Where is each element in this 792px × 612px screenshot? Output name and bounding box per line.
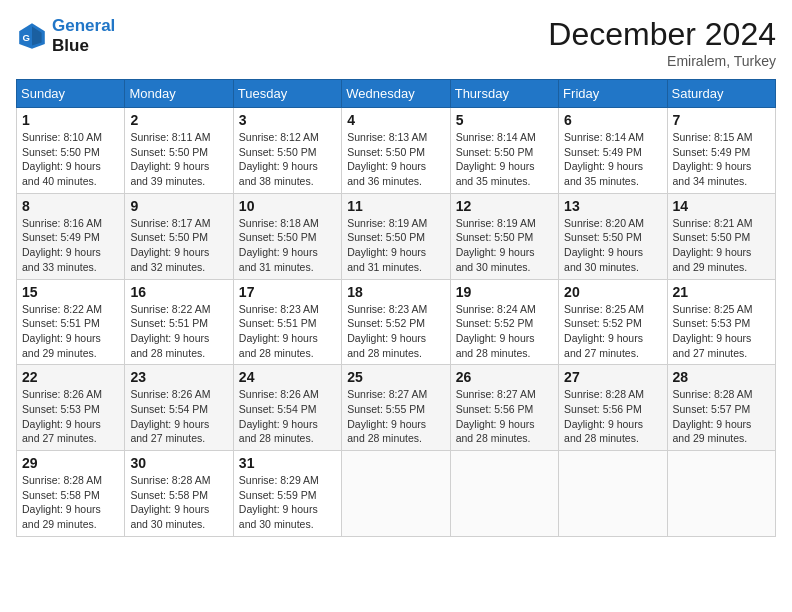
day-info: Sunrise: 8:26 AMSunset: 5:54 PMDaylight:… xyxy=(130,387,227,446)
calendar-cell: 14Sunrise: 8:21 AMSunset: 5:50 PMDayligh… xyxy=(667,193,775,279)
day-info: Sunrise: 8:20 AMSunset: 5:50 PMDaylight:… xyxy=(564,216,661,275)
day-number: 17 xyxy=(239,284,336,300)
calendar-cell: 20Sunrise: 8:25 AMSunset: 5:52 PMDayligh… xyxy=(559,279,667,365)
day-number: 29 xyxy=(22,455,119,471)
day-info: Sunrise: 8:12 AMSunset: 5:50 PMDaylight:… xyxy=(239,130,336,189)
day-of-week-header: Thursday xyxy=(450,80,558,108)
day-info: Sunrise: 8:23 AMSunset: 5:51 PMDaylight:… xyxy=(239,302,336,361)
calendar-cell: 30Sunrise: 8:28 AMSunset: 5:58 PMDayligh… xyxy=(125,451,233,537)
day-info: Sunrise: 8:18 AMSunset: 5:50 PMDaylight:… xyxy=(239,216,336,275)
calendar-cell: 29Sunrise: 8:28 AMSunset: 5:58 PMDayligh… xyxy=(17,451,125,537)
day-number: 19 xyxy=(456,284,553,300)
calendar-cell: 19Sunrise: 8:24 AMSunset: 5:52 PMDayligh… xyxy=(450,279,558,365)
day-number: 27 xyxy=(564,369,661,385)
calendar-cell: 17Sunrise: 8:23 AMSunset: 5:51 PMDayligh… xyxy=(233,279,341,365)
calendar-cell: 27Sunrise: 8:28 AMSunset: 5:56 PMDayligh… xyxy=(559,365,667,451)
day-number: 15 xyxy=(22,284,119,300)
calendar-cell: 11Sunrise: 8:19 AMSunset: 5:50 PMDayligh… xyxy=(342,193,450,279)
day-info: Sunrise: 8:29 AMSunset: 5:59 PMDaylight:… xyxy=(239,473,336,532)
calendar-cell: 4Sunrise: 8:13 AMSunset: 5:50 PMDaylight… xyxy=(342,108,450,194)
day-info: Sunrise: 8:14 AMSunset: 5:49 PMDaylight:… xyxy=(564,130,661,189)
day-info: Sunrise: 8:16 AMSunset: 5:49 PMDaylight:… xyxy=(22,216,119,275)
day-info: Sunrise: 8:15 AMSunset: 5:49 PMDaylight:… xyxy=(673,130,770,189)
day-info: Sunrise: 8:23 AMSunset: 5:52 PMDaylight:… xyxy=(347,302,444,361)
day-number: 3 xyxy=(239,112,336,128)
day-info: Sunrise: 8:11 AMSunset: 5:50 PMDaylight:… xyxy=(130,130,227,189)
calendar-cell: 25Sunrise: 8:27 AMSunset: 5:55 PMDayligh… xyxy=(342,365,450,451)
day-of-week-header: Wednesday xyxy=(342,80,450,108)
calendar-cell: 23Sunrise: 8:26 AMSunset: 5:54 PMDayligh… xyxy=(125,365,233,451)
day-number: 11 xyxy=(347,198,444,214)
svg-text:G: G xyxy=(22,32,29,43)
day-number: 28 xyxy=(673,369,770,385)
day-number: 22 xyxy=(22,369,119,385)
day-info: Sunrise: 8:27 AMSunset: 5:55 PMDaylight:… xyxy=(347,387,444,446)
day-number: 24 xyxy=(239,369,336,385)
day-number: 20 xyxy=(564,284,661,300)
day-number: 8 xyxy=(22,198,119,214)
day-number: 26 xyxy=(456,369,553,385)
day-number: 9 xyxy=(130,198,227,214)
day-number: 14 xyxy=(673,198,770,214)
calendar-cell: 28Sunrise: 8:28 AMSunset: 5:57 PMDayligh… xyxy=(667,365,775,451)
calendar-cell: 5Sunrise: 8:14 AMSunset: 5:50 PMDaylight… xyxy=(450,108,558,194)
day-info: Sunrise: 8:25 AMSunset: 5:53 PMDaylight:… xyxy=(673,302,770,361)
day-number: 1 xyxy=(22,112,119,128)
day-of-week-header: Friday xyxy=(559,80,667,108)
calendar-table: SundayMondayTuesdayWednesdayThursdayFrid… xyxy=(16,79,776,537)
calendar-cell: 15Sunrise: 8:22 AMSunset: 5:51 PMDayligh… xyxy=(17,279,125,365)
day-info: Sunrise: 8:28 AMSunset: 5:58 PMDaylight:… xyxy=(130,473,227,532)
calendar-cell: 21Sunrise: 8:25 AMSunset: 5:53 PMDayligh… xyxy=(667,279,775,365)
day-info: Sunrise: 8:26 AMSunset: 5:53 PMDaylight:… xyxy=(22,387,119,446)
day-info: Sunrise: 8:19 AMSunset: 5:50 PMDaylight:… xyxy=(347,216,444,275)
day-info: Sunrise: 8:25 AMSunset: 5:52 PMDaylight:… xyxy=(564,302,661,361)
day-of-week-header: Saturday xyxy=(667,80,775,108)
calendar-cell: 2Sunrise: 8:11 AMSunset: 5:50 PMDaylight… xyxy=(125,108,233,194)
calendar-cell: 10Sunrise: 8:18 AMSunset: 5:50 PMDayligh… xyxy=(233,193,341,279)
day-info: Sunrise: 8:28 AMSunset: 5:57 PMDaylight:… xyxy=(673,387,770,446)
day-info: Sunrise: 8:27 AMSunset: 5:56 PMDaylight:… xyxy=(456,387,553,446)
calendar-cell xyxy=(450,451,558,537)
day-info: Sunrise: 8:21 AMSunset: 5:50 PMDaylight:… xyxy=(673,216,770,275)
day-number: 12 xyxy=(456,198,553,214)
logo: G General Blue xyxy=(16,16,115,57)
day-info: Sunrise: 8:17 AMSunset: 5:50 PMDaylight:… xyxy=(130,216,227,275)
day-number: 23 xyxy=(130,369,227,385)
day-info: Sunrise: 8:10 AMSunset: 5:50 PMDaylight:… xyxy=(22,130,119,189)
day-info: Sunrise: 8:19 AMSunset: 5:50 PMDaylight:… xyxy=(456,216,553,275)
calendar-cell: 6Sunrise: 8:14 AMSunset: 5:49 PMDaylight… xyxy=(559,108,667,194)
day-number: 13 xyxy=(564,198,661,214)
calendar-cell: 12Sunrise: 8:19 AMSunset: 5:50 PMDayligh… xyxy=(450,193,558,279)
day-info: Sunrise: 8:13 AMSunset: 5:50 PMDaylight:… xyxy=(347,130,444,189)
calendar-cell xyxy=(667,451,775,537)
calendar-cell: 8Sunrise: 8:16 AMSunset: 5:49 PMDaylight… xyxy=(17,193,125,279)
day-number: 6 xyxy=(564,112,661,128)
day-info: Sunrise: 8:22 AMSunset: 5:51 PMDaylight:… xyxy=(130,302,227,361)
calendar-cell: 22Sunrise: 8:26 AMSunset: 5:53 PMDayligh… xyxy=(17,365,125,451)
day-of-week-header: Monday xyxy=(125,80,233,108)
calendar-cell: 1Sunrise: 8:10 AMSunset: 5:50 PMDaylight… xyxy=(17,108,125,194)
calendar-cell xyxy=(342,451,450,537)
day-number: 10 xyxy=(239,198,336,214)
day-number: 25 xyxy=(347,369,444,385)
day-number: 21 xyxy=(673,284,770,300)
calendar-cell: 26Sunrise: 8:27 AMSunset: 5:56 PMDayligh… xyxy=(450,365,558,451)
logo-icon: G xyxy=(16,20,48,52)
page-header: G General Blue December 2024 Emiralem, T… xyxy=(16,16,776,69)
calendar-cell: 16Sunrise: 8:22 AMSunset: 5:51 PMDayligh… xyxy=(125,279,233,365)
day-number: 31 xyxy=(239,455,336,471)
logo-name: General Blue xyxy=(52,16,115,57)
calendar-cell: 13Sunrise: 8:20 AMSunset: 5:50 PMDayligh… xyxy=(559,193,667,279)
day-info: Sunrise: 8:14 AMSunset: 5:50 PMDaylight:… xyxy=(456,130,553,189)
calendar-cell: 3Sunrise: 8:12 AMSunset: 5:50 PMDaylight… xyxy=(233,108,341,194)
day-number: 5 xyxy=(456,112,553,128)
calendar-cell xyxy=(559,451,667,537)
title-block: December 2024 Emiralem, Turkey xyxy=(548,16,776,69)
day-of-week-header: Tuesday xyxy=(233,80,341,108)
calendar-cell: 18Sunrise: 8:23 AMSunset: 5:52 PMDayligh… xyxy=(342,279,450,365)
calendar-cell: 24Sunrise: 8:26 AMSunset: 5:54 PMDayligh… xyxy=(233,365,341,451)
day-info: Sunrise: 8:22 AMSunset: 5:51 PMDaylight:… xyxy=(22,302,119,361)
day-info: Sunrise: 8:28 AMSunset: 5:56 PMDaylight:… xyxy=(564,387,661,446)
day-of-week-header: Sunday xyxy=(17,80,125,108)
day-number: 18 xyxy=(347,284,444,300)
